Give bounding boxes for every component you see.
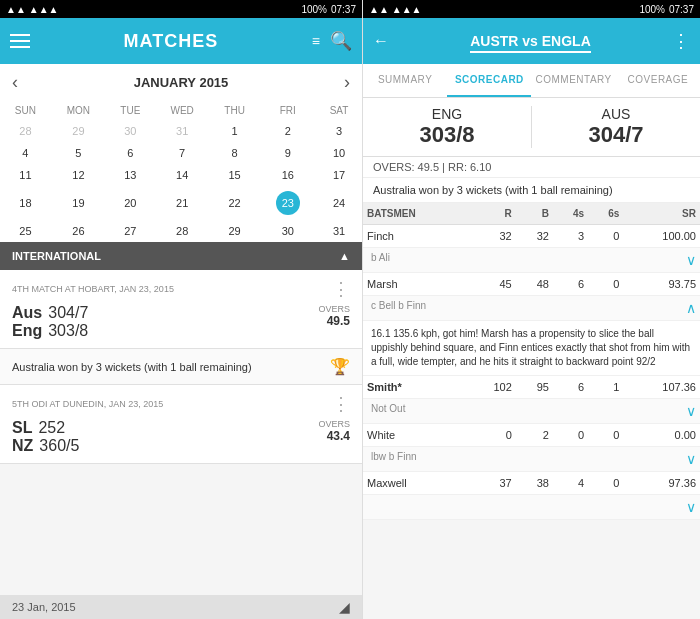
- calendar-day[interactable]: 29: [210, 220, 260, 242]
- chevron-down-icon[interactable]: ∨: [686, 252, 696, 268]
- dismissal-text[interactable]: b Ali ∨: [363, 248, 700, 273]
- calendar-day[interactable]: 11: [0, 164, 51, 186]
- calendar-day[interactable]: 10: [316, 142, 362, 164]
- calendar-day[interactable]: 2: [259, 120, 316, 142]
- calendar-day[interactable]: 22: [210, 186, 260, 220]
- calendar-day[interactable]: 16: [259, 164, 316, 186]
- scorecard-scroll[interactable]: BATSMEN R B 4s 6s SR Finch 32 32 3 0 100…: [363, 203, 700, 619]
- tab-scorecard[interactable]: SCORECARD: [447, 64, 531, 97]
- match-result-bar: Australia won by 3 wickets (with 1 ball …: [363, 178, 700, 203]
- calendar-day[interactable]: 27: [106, 220, 155, 242]
- table-row: Finch 32 32 3 0 100.00: [363, 225, 700, 248]
- tab-summary[interactable]: SUMMARY: [363, 64, 447, 97]
- status-bar-left: ▲▲ ▲▲▲ 100% 07:37: [0, 0, 362, 18]
- calendar-day[interactable]: 28: [155, 220, 210, 242]
- calendar-day[interactable]: 26: [51, 220, 106, 242]
- calendar-day[interactable]: 19: [51, 186, 106, 220]
- top-bar-right-controls: ≡ 🔍: [312, 30, 352, 52]
- tab-commentary[interactable]: COMMENTARY: [531, 64, 615, 97]
- col-r: R: [467, 203, 515, 225]
- batsman-6s: 0: [588, 472, 623, 495]
- match-menu-1[interactable]: ⋮: [332, 278, 350, 300]
- team-row-eng: Eng 303/8: [12, 322, 318, 340]
- calendar-header: ‹ JANUARY 2015 ›: [0, 64, 362, 101]
- batsman-name: Smith*: [363, 376, 467, 399]
- col-b: B: [516, 203, 553, 225]
- match-info-bar: OVERS: 49.5 | RR: 6.10: [363, 157, 700, 178]
- calendar-day[interactable]: 4: [0, 142, 51, 164]
- battery-right: 100%: [639, 4, 665, 15]
- calendar: ‹ JANUARY 2015 › SUN MON TUE WED THU FRI…: [0, 64, 362, 242]
- dismissal-text[interactable]: Not Out ∨: [363, 399, 700, 424]
- filter-icon-bottom[interactable]: ◢: [339, 599, 350, 615]
- day-tue: TUE: [106, 101, 155, 120]
- match-title: AUSTR vs ENGLA: [470, 33, 591, 53]
- match-scores-1: Aus 304/7 Eng 303/8 OVERS 49.5: [12, 304, 350, 340]
- score-team-aus: AUS 304/7: [532, 98, 700, 156]
- match-card-1[interactable]: 4TH MATCH AT HOBART, JAN 23, 2015 ⋮ Aus …: [0, 270, 362, 349]
- calendar-day[interactable]: 9: [259, 142, 316, 164]
- calendar-day[interactable]: 18: [0, 186, 51, 220]
- batsman-sr: 97.36: [623, 472, 700, 495]
- calendar-day[interactable]: 17: [316, 164, 362, 186]
- calendar-day[interactable]: 23: [259, 186, 316, 220]
- calendar-day[interactable]: 21: [155, 186, 210, 220]
- scorecard-table: BATSMEN R B 4s 6s SR Finch 32 32 3 0 100…: [363, 203, 700, 520]
- day-thu: THU: [210, 101, 260, 120]
- chevron-down-icon[interactable]: ∨: [686, 403, 696, 419]
- calendar-day[interactable]: 30: [259, 220, 316, 242]
- calendar-day[interactable]: 24: [316, 186, 362, 220]
- calendar-day[interactable]: 28: [0, 120, 51, 142]
- batsman-b: 32: [516, 225, 553, 248]
- more-icon[interactable]: ⋮: [672, 30, 690, 52]
- col-4s: 4s: [553, 203, 588, 225]
- batsman-b: 95: [516, 376, 553, 399]
- dismissal-text[interactable]: ∨: [363, 495, 700, 520]
- status-icons-right: ▲▲ ▲▲▲: [369, 4, 422, 15]
- calendar-day[interactable]: 20: [106, 186, 155, 220]
- calendar-day[interactable]: 5: [51, 142, 106, 164]
- back-icon[interactable]: ←: [373, 32, 389, 50]
- calendar-day[interactable]: 7: [155, 142, 210, 164]
- calendar-day[interactable]: 3: [316, 120, 362, 142]
- match-card-2[interactable]: 5TH ODI AT DUNEDIN, JAN 23, 2015 ⋮ SL 25…: [0, 385, 362, 464]
- calendar-day[interactable]: 8: [210, 142, 260, 164]
- overs-label-1: OVERS: [318, 304, 350, 314]
- chevron-up-icon[interactable]: ∧: [686, 300, 696, 316]
- next-month-button[interactable]: ›: [344, 72, 350, 93]
- filter-icon[interactable]: ≡: [312, 33, 320, 49]
- calendar-grid: SUN MON TUE WED THU FRI SAT 282930311234…: [0, 101, 362, 242]
- tab-coverage[interactable]: COVERAGE: [616, 64, 700, 97]
- calendar-day[interactable]: 14: [155, 164, 210, 186]
- batsman-b: 48: [516, 273, 553, 296]
- result-row-1: Australia won by 3 wickets (with 1 ball …: [0, 349, 362, 385]
- dismissal-text[interactable]: c Bell b Finn ∧: [363, 296, 700, 321]
- calendar-day[interactable]: 31: [155, 120, 210, 142]
- time-left: 07:37: [331, 4, 356, 15]
- score-team-eng: ENG 303/8: [363, 98, 531, 156]
- dismissal-text[interactable]: lbw b Finn ∨: [363, 447, 700, 472]
- search-icon[interactable]: 🔍: [330, 30, 352, 52]
- team-row-aus: Aus 304/7: [12, 304, 318, 322]
- tabs: SUMMARY SCORECARD COMMENTARY COVERAGE: [363, 64, 700, 98]
- section-label: INTERNATIONAL: [12, 250, 101, 262]
- calendar-day[interactable]: 13: [106, 164, 155, 186]
- calendar-day[interactable]: 31: [316, 220, 362, 242]
- hamburger-icon[interactable]: [10, 34, 30, 48]
- chevron-down-icon[interactable]: ∨: [686, 451, 696, 467]
- calendar-day[interactable]: 15: [210, 164, 260, 186]
- calendar-day[interactable]: 12: [51, 164, 106, 186]
- day-sun: SUN: [0, 101, 51, 120]
- calendar-day[interactable]: 30: [106, 120, 155, 142]
- signal-icon-right: ▲▲▲: [392, 4, 422, 15]
- footer-date: 23 Jan, 2015: [12, 601, 76, 613]
- prev-month-button[interactable]: ‹: [12, 72, 18, 93]
- calendar-row: 18192021222324: [0, 186, 362, 220]
- calendar-day[interactable]: 6: [106, 142, 155, 164]
- calendar-day[interactable]: 1: [210, 120, 260, 142]
- calendar-day[interactable]: 25: [0, 220, 51, 242]
- calendar-day[interactable]: 29: [51, 120, 106, 142]
- match-menu-2[interactable]: ⋮: [332, 393, 350, 415]
- chevron-down-icon[interactable]: ∨: [686, 499, 696, 515]
- section-international[interactable]: INTERNATIONAL ▲: [0, 242, 362, 270]
